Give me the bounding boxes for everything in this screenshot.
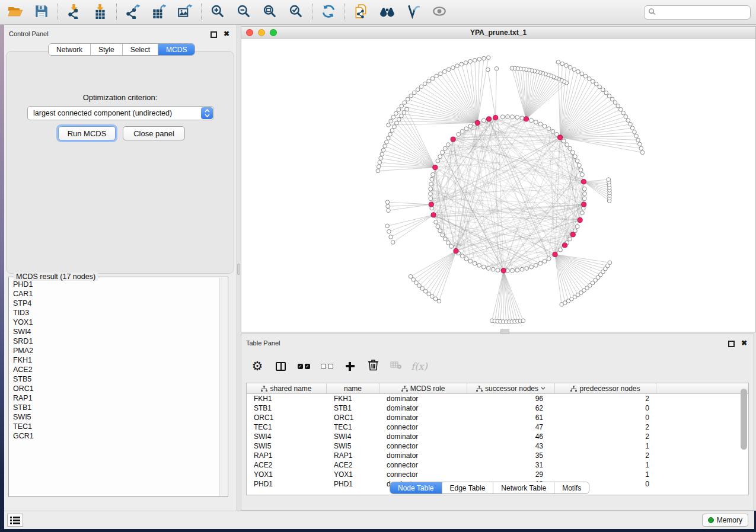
- graph-node[interactable]: [491, 267, 495, 271]
- table-cell[interactable]: ACE2: [247, 460, 327, 470]
- column-header-name[interactable]: name: [327, 383, 379, 393]
- graph-node[interactable]: [568, 65, 572, 69]
- graph-node[interactable]: [640, 150, 645, 155]
- graph-node[interactable]: [394, 121, 398, 125]
- graph-node[interactable]: [568, 237, 572, 241]
- graph-node[interactable]: [468, 124, 473, 129]
- graph-node[interactable]: [629, 122, 633, 126]
- table-row[interactable]: FKH1FKH1dominator962: [247, 394, 748, 403]
- graph-node[interactable]: [582, 197, 586, 201]
- table-cell[interactable]: SWI4: [247, 432, 327, 441]
- float-panel-icon[interactable]: [210, 31, 217, 38]
- graph-node[interactable]: [455, 64, 460, 68]
- tab-node-table[interactable]: Node Table: [390, 482, 442, 493]
- graph-node[interactable]: [391, 241, 395, 245]
- graph-node[interactable]: [427, 79, 431, 84]
- graph-node[interactable]: [441, 233, 445, 237]
- run-mcds-button[interactable]: Run MCDS: [58, 126, 116, 140]
- mcds-result-item[interactable]: RAP1: [9, 393, 219, 403]
- graph-node[interactable]: [442, 69, 446, 73]
- table-cell[interactable]: connector: [379, 470, 467, 479]
- graph-node[interactable]: [618, 107, 623, 111]
- graph-node[interactable]: [464, 127, 468, 131]
- apply-layout-button[interactable]: [315, 2, 342, 23]
- graph-node[interactable]: [380, 152, 384, 156]
- graph-node[interactable]: [387, 123, 391, 127]
- graph-node[interactable]: [439, 72, 443, 76]
- table-cell[interactable]: TEC1: [247, 422, 327, 432]
- table-row[interactable]: TEC1TEC1connector472: [247, 422, 748, 432]
- graph-node[interactable]: [506, 115, 510, 119]
- table-cell[interactable]: dominator: [379, 403, 467, 413]
- table-cell[interactable]: PHD1: [247, 479, 327, 489]
- graph-hub-node[interactable]: [578, 217, 582, 222]
- graph-node[interactable]: [580, 211, 585, 215]
- tab-network[interactable]: Network: [49, 44, 91, 55]
- graph-node[interactable]: [400, 114, 404, 118]
- graph-node[interactable]: [511, 115, 515, 119]
- mcds-result-item[interactable]: YOX1: [9, 318, 219, 327]
- graph-hub-node[interactable]: [563, 243, 567, 248]
- delete-column-button[interactable]: [366, 360, 379, 373]
- graph-node[interactable]: [378, 161, 382, 165]
- graph-node[interactable]: [559, 248, 563, 252]
- float-panel-icon[interactable]: [728, 341, 735, 347]
- graph-node[interactable]: [443, 237, 447, 241]
- close-panel-button[interactable]: Close panel: [123, 126, 185, 140]
- table-cell[interactable]: 35: [467, 451, 555, 460]
- graph-node[interactable]: [565, 143, 569, 147]
- graph-node[interactable]: [598, 85, 602, 89]
- graph-node[interactable]: [449, 245, 454, 249]
- mcds-result-item[interactable]: SWI4: [9, 327, 219, 336]
- graph-node[interactable]: [547, 257, 551, 261]
- table-cell[interactable]: SWI5: [247, 441, 327, 451]
- table-row[interactable]: STB1STB1dominator620: [247, 403, 748, 413]
- share-session-button[interactable]: [348, 2, 374, 23]
- table-scrollbar-thumb[interactable]: [741, 389, 747, 450]
- graph-hub-node[interactable]: [558, 135, 563, 140]
- graph-node[interactable]: [386, 204, 390, 209]
- table-row[interactable]: YOX1YOX1connector291: [247, 470, 748, 479]
- graph-node[interactable]: [412, 278, 416, 282]
- table-cell[interactable]: FKH1: [327, 394, 379, 403]
- table-cell[interactable]: 0: [555, 413, 656, 422]
- graph-node[interactable]: [575, 225, 579, 229]
- table-cell[interactable]: dominator: [379, 413, 467, 422]
- graph-node[interactable]: [383, 144, 387, 148]
- graph-node[interactable]: [500, 115, 505, 119]
- graph-node[interactable]: [468, 59, 473, 63]
- graph-node[interactable]: [438, 229, 442, 233]
- graph-node[interactable]: [583, 192, 587, 196]
- export-network-button[interactable]: [120, 2, 146, 23]
- graph-node[interactable]: [446, 241, 450, 245]
- graph-node[interactable]: [430, 76, 435, 81]
- table-row[interactable]: SWI4SWI4dominator462: [247, 432, 748, 441]
- graph-node[interactable]: [576, 70, 580, 74]
- graph-node[interactable]: [385, 140, 389, 145]
- graph-node[interactable]: [515, 116, 519, 120]
- graph-node[interactable]: [580, 172, 585, 177]
- table-scrollbar[interactable]: [741, 386, 747, 492]
- graph-node[interactable]: [616, 104, 620, 108]
- graph-hub-node[interactable]: [454, 249, 458, 254]
- table-cell[interactable]: ACE2: [327, 460, 379, 470]
- graph-node[interactable]: [402, 111, 406, 115]
- graph-node[interactable]: [613, 101, 617, 105]
- graph-node[interactable]: [397, 108, 401, 112]
- graph-node[interactable]: [529, 265, 534, 269]
- graph-node[interactable]: [496, 268, 500, 273]
- graph-node[interactable]: [538, 261, 543, 265]
- search-box[interactable]: [644, 5, 751, 20]
- graph-node[interactable]: [638, 142, 642, 146]
- graph-node[interactable]: [520, 267, 524, 271]
- mcds-result-item[interactable]: STB5: [9, 374, 219, 384]
- graph-hub-node[interactable]: [553, 252, 557, 257]
- table-cell[interactable]: 62: [467, 403, 555, 413]
- table-cell[interactable]: dominator: [379, 394, 467, 403]
- mcds-result-item[interactable]: STP4: [9, 299, 219, 308]
- mcds-list-scrollbar[interactable]: [219, 278, 227, 496]
- column-header-predecessor-nodes[interactable]: predecessor nodes: [555, 383, 656, 393]
- graph-node[interactable]: [568, 146, 572, 150]
- splitter-handle[interactable]: [237, 264, 240, 275]
- network-overview-button[interactable]: [374, 2, 400, 23]
